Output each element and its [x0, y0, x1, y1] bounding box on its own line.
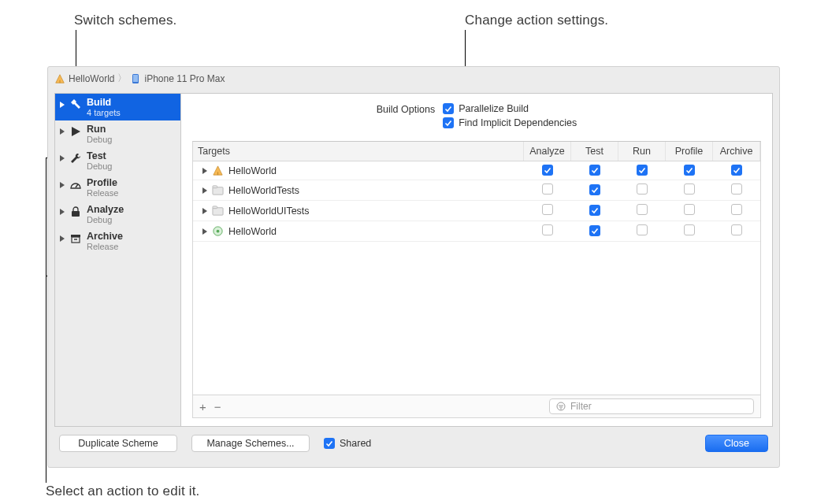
targets-table: TargetsAnalyzeTestRunProfileArchive Hell…: [193, 142, 760, 242]
table-footer: + −: [192, 395, 761, 418]
table-row[interactable]: HelloWorld: [193, 221, 760, 242]
disclosure-icon: [60, 155, 65, 161]
svg-marker-4: [72, 127, 80, 136]
action-name: Test: [87, 150, 112, 161]
action-name: Run: [87, 124, 112, 135]
content-pane: Build Options Parallelize Build Find Imp…: [180, 93, 773, 427]
column-targets[interactable]: Targets: [193, 142, 524, 161]
remove-target-button[interactable]: −: [214, 400, 221, 413]
run-checkbox[interactable]: [637, 204, 648, 215]
folder-icon: [212, 205, 224, 217]
column-archive[interactable]: Archive: [713, 142, 760, 161]
close-button[interactable]: Close: [705, 435, 768, 452]
analyze-checkbox[interactable]: [542, 165, 553, 176]
build-options-label: Build Options: [377, 103, 435, 128]
sidebar-item-test[interactable]: TestDebug: [55, 147, 180, 174]
svg-rect-15: [213, 206, 217, 209]
action-sub: Debug: [87, 161, 112, 171]
profile-checkbox[interactable]: [684, 224, 695, 235]
duplicate-scheme-button[interactable]: Duplicate Scheme: [59, 435, 177, 452]
sidebar-item-archive[interactable]: ArchiveRelease: [55, 228, 180, 254]
table-row[interactable]: HelloWorld: [193, 161, 760, 180]
breadcrumb-sep-icon: 〉: [117, 72, 127, 85]
target-name: HelloWorld: [228, 165, 277, 176]
column-run[interactable]: Run: [618, 142, 666, 161]
hammer-icon: [69, 98, 82, 111]
column-analyze[interactable]: Analyze: [524, 142, 571, 161]
app-icon: [212, 165, 224, 176]
action-sub: Release: [87, 188, 118, 198]
annotation-line: [46, 158, 46, 483]
bottom-bar: Duplicate Scheme Manage Schemes... Share…: [48, 427, 779, 460]
sidebar-item-run[interactable]: RunDebug: [55, 120, 180, 147]
scheme-name: HelloWorld: [69, 73, 114, 84]
filter-box[interactable]: [549, 398, 754, 414]
parallelize-build-checkbox[interactable]: [443, 103, 454, 114]
manage-schemes-button[interactable]: Manage Schemes...: [191, 435, 310, 452]
analyze-checkbox[interactable]: [542, 183, 553, 195]
svg-rect-1: [59, 80, 60, 83]
table-row[interactable]: HelloWorldTests: [193, 180, 760, 201]
action-sub: Debug: [87, 215, 124, 224]
profile-checkbox[interactable]: [684, 204, 695, 215]
scheme-editor-window: HelloWorld 〉 iPhone 11 Pro Max Build4 ta…: [47, 66, 780, 468]
action-sub: Debug: [87, 135, 112, 144]
annotation-select-action: Select an action to edit it.: [46, 484, 200, 499]
archive-checkbox[interactable]: [731, 204, 742, 215]
archive-checkbox[interactable]: [731, 224, 742, 235]
target-name: HelloWorld: [228, 226, 277, 237]
test-checkbox[interactable]: [589, 225, 600, 236]
sidebar-item-build[interactable]: Build4 targets: [55, 94, 180, 120]
archive-checkbox[interactable]: [731, 183, 742, 195]
profile-checkbox[interactable]: [684, 183, 695, 195]
disclosure-icon: [60, 182, 65, 188]
run-checkbox[interactable]: [637, 183, 648, 195]
parallelize-build-label: Parallelize Build: [459, 103, 529, 114]
analyze-checkbox[interactable]: [542, 204, 553, 215]
device-name: iPhone 11 Pro Max: [144, 73, 225, 84]
test-checkbox[interactable]: [589, 184, 600, 195]
disclosure-icon: [60, 235, 65, 242]
run-checkbox[interactable]: [637, 224, 648, 235]
shared-label: Shared: [340, 438, 371, 449]
column-test[interactable]: Test: [571, 142, 618, 161]
svg-rect-3: [133, 75, 138, 82]
scheme-breadcrumb[interactable]: HelloWorld 〉 iPhone 11 Pro Max: [48, 67, 779, 93]
disclosure-icon: [202, 208, 207, 214]
test-checkbox[interactable]: [589, 205, 600, 216]
implicit-deps-label: Find Implicit Dependencies: [459, 117, 577, 128]
profile-checkbox[interactable]: [684, 165, 695, 176]
disclosure-icon: [202, 228, 207, 235]
add-target-button[interactable]: +: [199, 400, 206, 413]
archive-checkbox[interactable]: [731, 165, 742, 176]
test-checkbox[interactable]: [589, 165, 600, 176]
analyze-checkbox[interactable]: [542, 224, 553, 235]
disclosure-icon: [60, 102, 65, 108]
action-name: Archive: [87, 231, 123, 242]
archive-icon: [69, 232, 82, 245]
action-name: Analyze: [87, 204, 124, 215]
play-icon: [69, 125, 82, 138]
targets-table-wrap: TargetsAnalyzeTestRunProfileArchive Hell…: [192, 141, 761, 395]
table-row[interactable]: HelloWorldUITests: [193, 201, 760, 221]
target-name: HelloWorldTests: [228, 185, 299, 196]
filter-input[interactable]: [570, 401, 747, 412]
svg-rect-6: [72, 211, 80, 217]
shared-checkbox[interactable]: [324, 438, 335, 449]
device-icon: [130, 73, 141, 84]
annotation-switch-schemes: Switch schemes.: [74, 13, 177, 28]
run-checkbox[interactable]: [637, 165, 648, 176]
action-sub: 4 targets: [87, 108, 121, 117]
svg-rect-11: [217, 172, 218, 175]
sidebar-item-analyze[interactable]: AnalyzeDebug: [55, 201, 180, 228]
action-name: Build: [87, 97, 121, 108]
column-profile[interactable]: Profile: [666, 142, 713, 161]
build-options-group: Build Options Parallelize Build Find Imp…: [181, 94, 772, 136]
disclosure-icon: [202, 168, 207, 174]
pkg-icon: [212, 225, 224, 237]
svg-point-17: [217, 230, 220, 233]
disclosure-icon: [60, 128, 65, 135]
implicit-deps-checkbox[interactable]: [443, 117, 454, 128]
sidebar-item-profile[interactable]: ProfileRelease: [55, 174, 180, 201]
gauge-icon: [69, 179, 82, 191]
